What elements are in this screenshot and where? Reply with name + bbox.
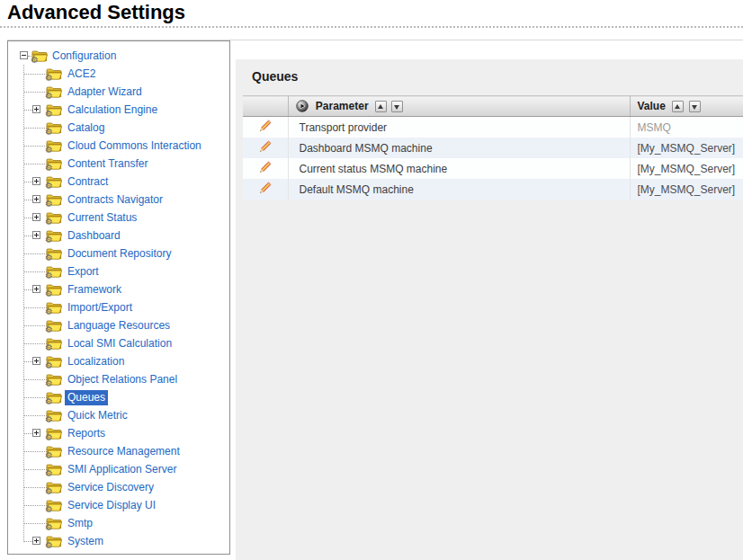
sort-up-icon[interactable] [375,101,387,112]
tree-item-cloud-commons-interaction[interactable]: ⚙ Cloud Commons Interaction [8,137,229,155]
parameter-cell: Current status MSMQ machine [288,158,630,179]
tree-item-framework[interactable]: ⚙ Framework [8,280,229,298]
sphere-arrow-icon[interactable] [296,100,309,112]
gear-icon: ⚙ [45,505,53,514]
tree-item-label[interactable]: Document Repository [65,246,174,262]
expand-plus-box-icon[interactable] [32,177,40,185]
tree-item-localization[interactable]: ⚙ Localization [8,352,229,370]
pencil-icon[interactable] [259,182,272,194]
pencil-icon[interactable] [259,161,272,173]
gear-icon: ⚙ [45,253,53,262]
tree-item-object-relations-panel[interactable]: ⚙ Object Relations Panel [8,370,229,388]
tree-item-label[interactable]: Contract [65,174,111,190]
tree-item-label[interactable]: Framework [65,282,124,298]
tree-item-calculation-engine[interactable]: ⚙ Calculation Engine [8,101,229,119]
gear-icon: ⚙ [45,307,53,316]
tree-item-ace2[interactable]: ⚙ ACE2 [8,65,229,83]
value-text: [My_MSMQ_Server] [631,163,736,175]
tree-item-label[interactable]: SMI Application Server [65,462,179,477]
tree-item-label[interactable]: System [65,534,106,549]
tree-item-label[interactable]: Dashboard [65,228,123,244]
tree-item-label[interactable]: Quick Metric [65,408,130,423]
folder-gear-icon: ⚙ [46,265,62,277]
expand-plus-box-icon[interactable] [32,357,40,365]
tree-item-catalog[interactable]: ⚙ Catalog [8,119,229,137]
tree-connector [23,128,47,129]
tree-item-label[interactable]: Reports [65,426,108,441]
tree-item-smi-application-server[interactable]: ⚙ SMI Application Server [8,460,229,478]
tree-connector [23,74,47,75]
pencil-icon[interactable] [259,140,272,153]
tree-connector [23,236,32,236]
tree-item-service-discovery[interactable]: ⚙ Service Discovery [8,478,229,496]
tree-item-label[interactable]: Object Relations Panel [65,372,180,387]
expand-plus-box-icon[interactable] [32,285,40,293]
tree-connector [23,307,47,308]
expand-plus-box-icon[interactable] [32,231,40,239]
tree-connector [23,361,32,362]
tree-item-label[interactable]: Service Display UI [65,498,158,513]
tree-connector [23,415,47,416]
tree-item-dashboard[interactable]: ⚙ Dashboard [8,227,229,244]
tree-item-local-smi-calculation[interactable]: ⚙ Local SMI Calculation [8,334,229,352]
tree-item-label[interactable]: Content Transfer [65,156,150,172]
tree-item-resource-management[interactable]: ⚙ Resource Management [8,442,229,460]
tree-item-label[interactable]: Smtp [65,516,95,531]
tree-item-content-transfer[interactable]: ⚙ Content Transfer [8,155,229,173]
tree-item-label[interactable]: ACE2 [65,67,98,82]
tree-item-quick-metric[interactable]: ⚙ Quick Metric [8,406,229,424]
sort-down-icon[interactable] [689,101,701,112]
tree-item-label[interactable]: Cloud Commons Interaction [65,138,204,154]
tree-item-import-export[interactable]: ⚙ Import/Export [8,298,229,316]
gear-icon: ⚙ [45,74,53,83]
tree-item-label[interactable]: Language Resources [65,318,173,333]
tree-item-current-status[interactable]: ⚙ Current Status [8,209,229,227]
tree-connector [23,146,47,147]
pencil-icon[interactable] [259,120,272,132]
tree-item-label[interactable]: Queues [65,390,108,405]
tree-item-label[interactable]: Export [65,264,102,280]
gear-icon: ⚙ [45,379,53,388]
expand-plus-box-icon[interactable] [32,213,40,221]
sort-up-icon[interactable] [672,101,684,112]
tree-item-contracts-navigator[interactable]: ⚙ Contracts Navigator [8,191,229,209]
tree-item-adapter-wizard[interactable]: ⚙ Adapter Wizard [8,83,229,101]
tree-item-label[interactable]: Import/Export [65,300,135,316]
sort-down-icon[interactable] [391,101,403,112]
gear-icon: ⚙ [45,271,53,280]
tree-item-label[interactable]: Resource Management [65,444,183,459]
expand-plus-box-icon[interactable] [32,537,40,545]
tree-item-label[interactable]: Local SMI Calculation [65,336,175,351]
gear-icon: ⚙ [45,523,53,532]
tree-item-label[interactable]: Catalog [65,120,107,136]
tree-item-label[interactable]: Contracts Navigator [65,192,166,208]
tree-item-contract[interactable]: ⚙ Contract [8,173,229,191]
tree-item-label[interactable]: Configuration [49,49,119,64]
tree-item-language-resources[interactable]: ⚙ Language Resources [8,316,229,334]
folder-gear-icon: ⚙ [46,103,62,115]
tree-item-service-display-ui[interactable]: ⚙ Service Display UI [8,496,229,514]
folder-gear-icon: ⚙ [46,517,62,529]
tree-item-configuration[interactable]: ⚙ Configuration [8,47,229,65]
tree-item-smtp[interactable]: ⚙ Smtp [8,514,229,532]
expand-plus-box-icon[interactable] [32,105,40,113]
parameter-cell: Dashboard MSMQ machine [288,138,630,158]
tree-item-system[interactable]: ⚙ System [8,532,229,550]
tree-connector [23,379,47,380]
folder-gear-icon: ⚙ [46,193,62,205]
page-title: Advanced Settings [7,1,185,24]
tree-item-label[interactable]: Service Discovery [65,480,157,495]
tree-item-export[interactable]: ⚙ Export [8,262,229,280]
tree-children: ⚙ ACE2 ⚙ Adapter Wizard ⚙ Calculation En… [8,65,229,550]
tree-item-document-repository[interactable]: ⚙ Document Repository [8,244,229,262]
collapse-minus-box-icon[interactable] [20,51,28,59]
expand-plus-box-icon[interactable] [32,195,40,203]
tree-item-label[interactable]: Localization [65,354,127,369]
tree-item-queues[interactable]: ⚙ Queues [8,388,229,406]
tree-item-label[interactable]: Adapter Wizard [65,84,145,100]
edit-cell [243,138,288,158]
expand-plus-box-icon[interactable] [32,429,40,437]
tree-item-reports[interactable]: ⚙ Reports [8,424,229,442]
tree-item-label[interactable]: Calculation Engine [65,102,160,118]
tree-item-label[interactable]: Current Status [65,210,139,226]
